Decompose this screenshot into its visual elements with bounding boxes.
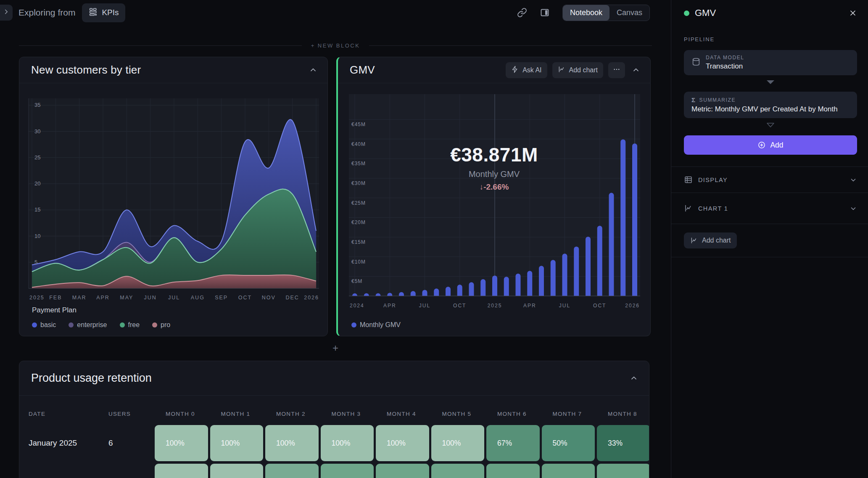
column-header-date[interactable]: DATE — [29, 405, 108, 423]
legend-label: basic — [40, 321, 56, 329]
column-header-month-3[interactable]: MONTH 3 — [321, 405, 376, 423]
pipeline-step-data-model[interactable]: DATA MODEL Transaction — [684, 50, 857, 75]
retention-cell: 100% — [321, 425, 374, 461]
pipeline-add-button[interactable]: Add — [684, 135, 857, 155]
chevron-down-icon — [850, 205, 857, 212]
main-area: Exploring from KPIs Notebook Canvas + — [0, 0, 671, 478]
retention-cell: 100% — [210, 464, 264, 478]
gmv-legend: Monthly GMV — [351, 321, 401, 329]
more-options-button[interactable] — [608, 62, 625, 78]
svg-text:2025: 2025 — [488, 303, 502, 309]
svg-text:€40M: €40M — [351, 141, 366, 147]
svg-text:2025: 2025 — [29, 295, 45, 301]
legend-item-free[interactable]: free — [120, 321, 140, 329]
add-button-label: Add — [770, 141, 783, 150]
column-header-month-2[interactable]: MONTH 2 — [265, 405, 321, 423]
sidebar-add-chart-button[interactable]: Add chart — [684, 232, 737, 248]
divider-line — [19, 45, 302, 46]
svg-text:AUG: AUG — [191, 295, 205, 301]
legend-dot — [152, 322, 157, 327]
retention-cell: 89% — [321, 464, 374, 478]
chart1-section-toggle[interactable]: CHART 1 — [684, 204, 857, 213]
table-row: January 20256100%100%100%100%100%100%67%… — [29, 425, 649, 461]
legend-label: free — [128, 321, 140, 329]
svg-text:€20M: €20M — [351, 219, 366, 225]
display-section-label: DISPLAY — [698, 177, 844, 183]
svg-text:DEC: DEC — [285, 295, 299, 301]
svg-text:20: 20 — [34, 180, 40, 187]
column-header-month-6[interactable]: MONTH 6 — [486, 405, 542, 423]
card-product-usage-retention: Product usage retention DATEUSERSMONTH 0… — [19, 361, 649, 478]
column-header-month-5[interactable]: MONTH 5 — [431, 405, 487, 423]
legend-item-monthly-gmv[interactable]: Monthly GMV — [351, 321, 401, 329]
chevron-right-icon — [3, 8, 10, 17]
gmv-bar-chart: €5M€10M€15M€20M€25M€30M€35M€40M€45M2024A… — [347, 87, 641, 316]
pipeline-step-summarize[interactable]: Σ SUMMARIZE Metric: Monthly GMV per Crea… — [684, 92, 857, 118]
display-section-toggle[interactable]: DISPLAY — [684, 175, 857, 184]
column-header-month-7[interactable]: MONTH 7 — [542, 405, 597, 423]
svg-text:€45M: €45M — [351, 121, 366, 127]
ask-ai-button[interactable]: Ask AI — [506, 62, 547, 78]
svg-text:€35M: €35M — [351, 161, 366, 166]
svg-text:25: 25 — [34, 154, 40, 161]
ellipsis-icon — [612, 66, 621, 75]
legend-dot — [351, 322, 356, 327]
view-mode-toggle: Notebook Canvas — [562, 5, 650, 21]
legend-item-enterprise[interactable]: enterprise — [69, 321, 107, 329]
add-block-button[interactable]: + — [329, 341, 342, 355]
legend-dot — [69, 322, 74, 327]
status-dot — [684, 11, 689, 16]
chevron-up-icon[interactable] — [309, 66, 317, 74]
tier-card-header: New customers by tier — [19, 57, 327, 83]
top-bar: Exploring from KPIs Notebook Canvas — [0, 0, 671, 25]
column-header-users[interactable]: USERS — [108, 405, 155, 423]
tier-card-title: New customers by tier — [31, 63, 302, 77]
svg-text:€25M: €25M — [351, 200, 366, 206]
add-chart-label: Add chart — [569, 66, 598, 74]
blocks-icon — [88, 7, 98, 18]
tab-canvas[interactable]: Canvas — [609, 5, 649, 21]
kpis-source-button[interactable]: KPIs — [82, 3, 125, 22]
svg-text:OCT: OCT — [593, 303, 606, 309]
tab-notebook[interactable]: Notebook — [563, 5, 609, 21]
column-header-month-1[interactable]: MONTH 1 — [210, 405, 266, 423]
legend-item-pro[interactable]: pro — [152, 321, 170, 329]
retention-cell: 67% — [486, 425, 540, 461]
svg-text:JUL: JUL — [168, 295, 180, 301]
svg-text:5: 5 — [34, 259, 37, 265]
retention-cell: 100% — [265, 425, 319, 461]
line-chart-icon — [684, 204, 693, 213]
svg-text:15: 15 — [34, 206, 40, 213]
legend-label: Monthly GMV — [360, 321, 401, 329]
chart1-section-label: CHART 1 — [698, 205, 844, 212]
column-header-month-4[interactable]: MONTH 4 — [376, 405, 431, 423]
side-panel-icon[interactable] — [540, 8, 550, 18]
row-users: 6 — [108, 438, 155, 448]
svg-text:10: 10 — [34, 233, 40, 239]
svg-text:MAR: MAR — [72, 295, 87, 301]
close-icon[interactable] — [849, 9, 857, 17]
gmv-chart-area: €5M€10M€15M€20M€25M€30M€35M€40M€45M2024A… — [338, 83, 650, 336]
tier-legend: Payment Plan basicenterprisefreepro — [32, 306, 170, 329]
summarize-value: Metric: Monthly GMV per Created At by Mo… — [691, 105, 850, 114]
line-chart-icon — [558, 66, 565, 75]
chevron-up-icon[interactable] — [632, 66, 640, 74]
kpis-label: KPIs — [102, 8, 119, 17]
share-link-icon[interactable] — [517, 8, 527, 18]
column-header-month-8[interactable]: MONTH 8 — [597, 405, 649, 423]
svg-text:JUL: JUL — [419, 303, 430, 309]
svg-text:2026: 2026 — [304, 295, 319, 301]
retention-cell: 94% — [265, 464, 319, 478]
line-chart-icon — [690, 237, 698, 244]
add-chart-button[interactable]: Add chart — [552, 62, 603, 78]
new-block-divider[interactable]: + NEW BLOCK — [19, 42, 652, 49]
legend-item-basic[interactable]: basic — [32, 321, 56, 329]
collapse-panel-button[interactable] — [0, 5, 13, 21]
data-model-label: DATA MODEL — [706, 55, 744, 61]
chevron-up-icon[interactable] — [630, 374, 638, 383]
retention-table: DATEUSERSMONTH 0MONTH 1MONTH 2MONTH 3MON… — [29, 405, 649, 478]
column-header-month-0[interactable]: MONTH 0 — [155, 405, 210, 423]
svg-text:35: 35 — [34, 102, 40, 108]
pipeline-arrow-down-icon — [767, 80, 774, 84]
svg-text:JUN: JUN — [144, 295, 157, 301]
